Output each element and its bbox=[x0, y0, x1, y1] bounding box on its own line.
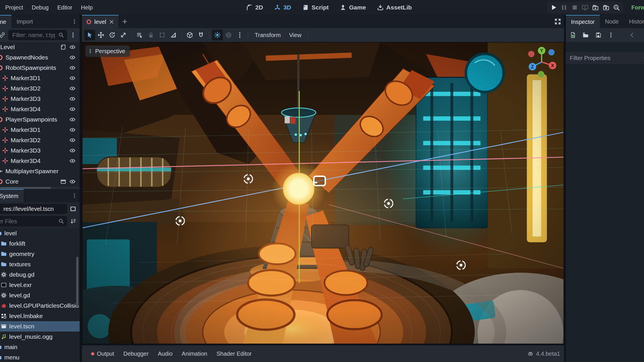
play-custom-scene-button[interactable] bbox=[602, 3, 610, 12]
scene-tab-level[interactable]: level bbox=[82, 15, 118, 28]
toggle-split-mode-button[interactable] bbox=[68, 204, 78, 214]
play-scene-button[interactable] bbox=[591, 3, 600, 12]
eye-badge[interactable] bbox=[69, 137, 76, 143]
eye-badge[interactable] bbox=[69, 178, 76, 185]
scene-tree-row[interactable]: Marker3D4 bbox=[0, 104, 80, 114]
eye-badge[interactable] bbox=[69, 106, 76, 112]
load-resource-button[interactable] bbox=[581, 30, 591, 40]
inspector-filter[interactable]: Filter Properties bbox=[566, 52, 644, 65]
workspace-tab-script[interactable]: Script bbox=[302, 4, 329, 11]
resource-options-button[interactable] bbox=[606, 30, 616, 40]
file-row[interactable]: level.exr bbox=[0, 280, 80, 290]
scene-tree-row[interactable]: Marker3D2 bbox=[0, 135, 80, 145]
file-row[interactable]: geometry bbox=[0, 249, 80, 259]
eye-badge[interactable] bbox=[69, 65, 76, 71]
file-row[interactable]: level.lmbake bbox=[0, 311, 80, 321]
instantiate-scene-button[interactable] bbox=[0, 30, 7, 40]
viewport-menu-transform[interactable]: Transform bbox=[251, 32, 285, 38]
eye-badge[interactable] bbox=[69, 75, 76, 81]
eye-badge[interactable] bbox=[69, 85, 76, 92]
scene-tree-row[interactable]: Marker3D4 bbox=[0, 156, 80, 166]
file-row[interactable]: level.tscn bbox=[0, 321, 80, 332]
save-resource-button[interactable] bbox=[593, 30, 603, 40]
file-list-scrollbar[interactable] bbox=[76, 257, 78, 307]
scene-tree-row[interactable]: PlayerSpawnpoints bbox=[0, 114, 80, 125]
file-sort-button[interactable] bbox=[68, 216, 78, 226]
close-scene-tab-icon[interactable] bbox=[109, 19, 114, 25]
select-tool[interactable] bbox=[84, 30, 95, 41]
history-back-button[interactable] bbox=[627, 30, 637, 40]
file-row[interactable]: level.GPUParticlesCollisio... bbox=[0, 301, 80, 311]
bottom-tab-audio[interactable]: Audio bbox=[153, 351, 177, 357]
viewport-menu-view[interactable]: View bbox=[285, 32, 305, 38]
bottom-tab-output[interactable]: Output bbox=[87, 351, 119, 357]
file-row[interactable]: level bbox=[0, 228, 80, 238]
rotate-tool[interactable] bbox=[107, 30, 118, 41]
instance-badge[interactable] bbox=[60, 178, 66, 185]
filesystem-dock-tab[interactable]: FileSystem bbox=[0, 189, 24, 202]
axis-gizmo[interactable]: Y X Z bbox=[525, 44, 559, 79]
scene-tree-row[interactable]: Level bbox=[0, 42, 80, 52]
workspace-tab-2d[interactable]: 2D bbox=[246, 4, 263, 11]
scene-tree-row[interactable]: SpawnedNodes bbox=[0, 52, 80, 63]
new-resource-button[interactable] bbox=[568, 30, 578, 40]
eye-badge[interactable] bbox=[69, 44, 76, 50]
filesystem-path-input[interactable] bbox=[0, 204, 67, 213]
perspective-menu[interactable]: Perspective bbox=[85, 45, 130, 57]
scale-tool[interactable] bbox=[118, 30, 129, 41]
ruler-tool[interactable] bbox=[168, 30, 179, 41]
scene-tree-row[interactable]: Marker3D3 bbox=[0, 145, 80, 156]
file-row[interactable]: level_music.ogg bbox=[0, 332, 80, 342]
file-row[interactable]: menu bbox=[0, 352, 80, 362]
scene-tree-row[interactable]: MultiplayerSpawner bbox=[0, 166, 80, 176]
bottom-tab-debugger[interactable]: Debugger bbox=[119, 351, 153, 357]
scene-tree-row[interactable]: Core bbox=[0, 176, 80, 187]
scene-tree-row[interactable]: Marker3D1 bbox=[0, 125, 80, 135]
file-filter-input[interactable] bbox=[0, 216, 67, 226]
eye-badge[interactable] bbox=[69, 54, 76, 61]
list-select-tool[interactable] bbox=[134, 30, 145, 41]
menu-debug[interactable]: Debug bbox=[27, 0, 53, 15]
movie-maker-button[interactable] bbox=[612, 3, 621, 12]
scene-tree-hscrollbar[interactable] bbox=[0, 187, 80, 189]
move-tool[interactable] bbox=[95, 30, 106, 41]
script-badge[interactable] bbox=[60, 44, 66, 50]
preview-sun-button[interactable] bbox=[212, 30, 223, 41]
workspace-tab-game[interactable]: Game bbox=[340, 4, 366, 11]
file-row[interactable]: main bbox=[0, 342, 80, 352]
eye-badge[interactable] bbox=[69, 127, 76, 133]
scene-dock-tab-options[interactable] bbox=[72, 15, 77, 28]
filesystem-dock-tab-options[interactable] bbox=[72, 189, 77, 202]
scene-dock-tab-scene[interactable]: Scene bbox=[0, 15, 12, 28]
file-row[interactable]: textures bbox=[0, 259, 80, 269]
eye-badge[interactable] bbox=[69, 158, 76, 164]
scene-dock-tab-import[interactable]: Import bbox=[12, 15, 38, 28]
scene-tree-row[interactable]: Marker3D1 bbox=[0, 73, 80, 83]
menu-editor[interactable]: Editor bbox=[53, 0, 76, 15]
inspector-tab-history[interactable]: History bbox=[624, 15, 644, 28]
renderer-label[interactable]: Forward+ bbox=[631, 0, 644, 15]
play-button[interactable] bbox=[549, 3, 558, 12]
scene-tree-row[interactable]: Marker3D2 bbox=[0, 83, 80, 94]
scene-tree-row[interactable]: Marker3D3 bbox=[0, 94, 80, 104]
menu-help[interactable]: Help bbox=[76, 0, 97, 15]
local-space-button[interactable] bbox=[184, 30, 195, 41]
scene-tree-row[interactable]: RobotSpawnpoints bbox=[0, 63, 80, 73]
new-scene-tab-button[interactable] bbox=[118, 15, 131, 28]
sun-environment-options[interactable] bbox=[234, 30, 245, 41]
file-row[interactable]: debug.gd bbox=[0, 269, 80, 280]
workspace-tab-3d[interactable]: 3D bbox=[274, 4, 291, 11]
bottom-tab-shader-editor[interactable]: Shader Editor bbox=[212, 351, 256, 357]
file-row[interactable]: forklift bbox=[0, 238, 80, 249]
history-forward-button[interactable] bbox=[640, 30, 644, 40]
eye-badge[interactable] bbox=[69, 116, 76, 123]
inspector-tab-node[interactable]: Node bbox=[600, 15, 624, 28]
viewport-3d[interactable]: Perspective Y X Z bbox=[82, 42, 564, 344]
snap-button[interactable] bbox=[195, 30, 206, 41]
expand-viewport-button[interactable] bbox=[554, 15, 561, 28]
inspector-tab-inspector[interactable]: Inspector bbox=[566, 15, 600, 28]
viewport-3d-scene[interactable] bbox=[83, 43, 564, 344]
menu-project[interactable]: Project bbox=[1, 0, 27, 15]
eye-badge[interactable] bbox=[69, 147, 76, 154]
scene-dock-options-button[interactable] bbox=[68, 30, 78, 40]
